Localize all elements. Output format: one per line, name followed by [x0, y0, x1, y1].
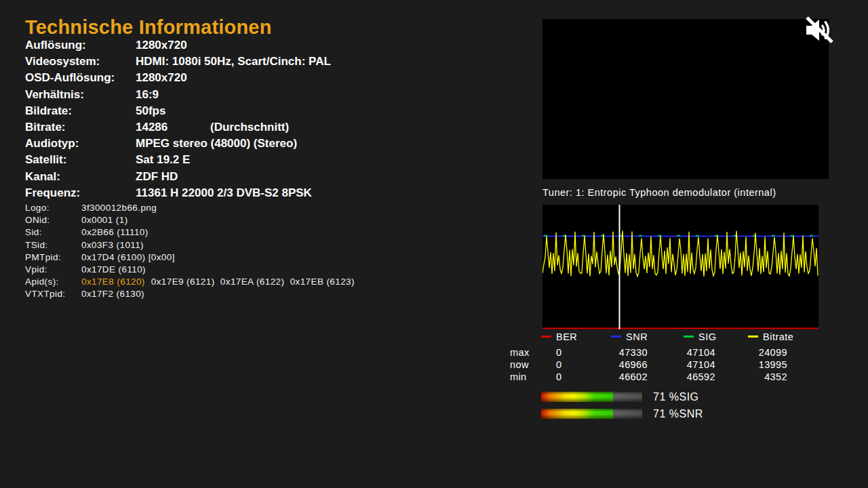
mute-icon	[804, 16, 834, 47]
snr-strength-bar-fill	[541, 409, 613, 419]
stats-row-min: min 0 46602 46592 4352	[0, 371, 868, 384]
sig-max: 47104	[671, 347, 715, 358]
pid-row-vtxtpid: VTXTpid:0x17F2 (6130)	[25, 289, 459, 301]
info-label: Videosystem:	[25, 55, 100, 68]
bitrate-waveform	[542, 231, 818, 277]
snr-now: 46966	[604, 359, 648, 370]
other-apids: 0x17E9 (6121) 0x17EA (6122) 0x17EB (6123…	[151, 277, 355, 287]
info-label: OSD-Auflösung:	[25, 71, 115, 85]
info-label: Audiotyp:	[25, 137, 79, 150]
video-preview	[542, 19, 829, 179]
pid-value: 0x03F3 (1011)	[81, 240, 144, 250]
pid-value: 0x17D4 (6100) [0x00]	[81, 252, 175, 262]
ber-min: 0	[556, 371, 561, 382]
info-value: 11361 H 22000 2/3 DVB-S2 8PSK	[136, 186, 312, 200]
snr-percent-value: 71 %	[653, 408, 679, 420]
pid-row-onid: ONid:0x0001 (1)	[25, 215, 459, 227]
info-value: HDMI: 1080i 50Hz, Scart/Cinch: PAL	[136, 55, 331, 68]
info-row-bildrate: Bildrate:50fps	[25, 104, 446, 121]
info-row-osd-aufloesung: OSD-Auflösung:868x488	[25, 71, 446, 87]
pid-label: ONid:	[25, 215, 50, 225]
pid-row-pmtpid: PMTpid:0x17D4 (6100) [0x00]	[25, 252, 459, 264]
info-label: Satellit:	[25, 153, 66, 167]
pid-label: Sid:	[25, 227, 42, 237]
legend-label: SIG	[698, 331, 716, 342]
pid-row-logo: Logo:3f300012b66.png	[25, 203, 459, 215]
info-row-videosystem: Videosystem:HDMI: 1080i 50Hz, Scart/Cinc…	[25, 55, 446, 71]
pid-value: 3f300012b66.png	[81, 203, 157, 213]
legend-label: SNR	[626, 331, 648, 342]
bitrate-swatch	[748, 336, 758, 338]
legend-item-snr: SNR	[611, 331, 648, 344]
snr-min: 46602	[604, 371, 648, 382]
pid-label: PMTpid:	[25, 252, 61, 262]
snr-percent-label: 71 %SNR	[653, 408, 703, 420]
pid-value: 0x17E8 (6120)0x17E9 (6121) 0x17EA (6122)…	[81, 277, 355, 287]
sig-strength-bar	[541, 392, 642, 402]
bitrate-max: 24099	[743, 347, 787, 358]
legend-label: BER	[556, 331, 577, 342]
info-value: 868x488	[136, 39, 187, 52]
stats-row-label: max	[510, 347, 530, 358]
sig-percent-name: SIG	[679, 391, 698, 403]
legend-item-ber: BER	[541, 331, 577, 344]
signal-graph	[542, 205, 818, 329]
info-value: 868x488	[136, 71, 187, 85]
info-row-frequenz: Frequenz:11361 H 22000 2/3 DVB-S2 8PSK	[25, 186, 446, 203]
info-row-audiotyp: Audiotyp:MPEG stereo (48000) (Stereo)	[25, 137, 446, 153]
pid-label: TSid:	[25, 240, 48, 250]
info-label: Auflösung:	[25, 39, 86, 52]
pid-row-sid: Sid:0x2B66 (11110)	[25, 227, 459, 239]
info-list: Auflösung:868x488 Videosystem:HDMI: 108…	[25, 39, 446, 203]
ber-swatch	[541, 336, 551, 338]
legend-item-bitrate: Bitrate	[748, 331, 793, 344]
info-label: Kanal:	[25, 170, 60, 184]
sig-min: 46592	[671, 371, 715, 382]
stats-row-label: min	[510, 371, 527, 382]
info-row-satellit: Satellit:Sat 19.2 E	[25, 153, 446, 169]
sig-swatch	[684, 336, 694, 338]
legend-item-sig: SIG	[684, 331, 716, 344]
info-label: Bitrate:	[25, 121, 66, 134]
pid-value: 0x0001 (1)	[81, 215, 128, 225]
legend-label: Bitrate	[763, 331, 793, 342]
pid-row-apids: Apid(s):0x17E8 (6120)0x17E9 (6121) 0x17E…	[25, 277, 459, 289]
info-row-aufloesung: Auflösung:868x488	[25, 39, 446, 55]
sig-strength-bar-fill	[541, 392, 613, 402]
info-value: 50fps	[136, 104, 165, 118]
pid-value: 0x2B66 (11110)	[81, 227, 149, 237]
info-value-avg: (Durchschnitt)	[210, 121, 289, 134]
info-value: MPEG stereo (48000) (Stereo)	[136, 137, 297, 150]
snr-percent-name: SNR	[679, 408, 703, 420]
pid-label: Logo:	[25, 203, 50, 213]
pid-label: VTXTpid:	[25, 289, 65, 299]
info-value: ZDF HD	[136, 170, 178, 184]
sig-percent-value: 71 %	[653, 391, 679, 403]
pid-value: 0x17DE (6110)	[81, 264, 146, 274]
signal-graph-svg	[542, 205, 818, 329]
stats-row-label: now	[510, 359, 529, 370]
pid-row-tsid: TSid:0x03F3 (1011)	[25, 240, 459, 252]
page-title: Technische Informationen	[25, 16, 272, 39]
pid-list: Logo:3f300012b66.png ONid:0x0001 (1) Sid…	[25, 203, 459, 302]
info-value: Sat 19.2 E	[136, 153, 190, 167]
active-apid: 0x17E8 (6120)	[81, 277, 145, 287]
pid-row-vpid: Vpid:0x17DE (6110)	[25, 264, 459, 277]
stats-row-now: now 0 46966 47104 13995	[0, 359, 868, 371]
ber-now: 0	[556, 359, 561, 370]
pid-value: 0x17F2 (6130)	[81, 289, 144, 299]
info-row-verhaeltnis: Verhältnis:16:9	[25, 88, 446, 104]
pid-label: Vpid:	[25, 264, 47, 274]
sig-percent-label: 71 %SIG	[653, 391, 699, 403]
pid-label: Apid(s):	[25, 277, 59, 287]
bitrate-min: 4352	[743, 371, 787, 382]
info-value: 14286	[136, 121, 167, 134]
stats-row-max: max 0 47330 47104 24099	[0, 347, 868, 359]
info-value: 16:9	[136, 88, 159, 102]
snr-swatch	[611, 336, 621, 338]
ber-max: 0	[556, 347, 561, 358]
sig-now: 47104	[671, 359, 715, 370]
info-label: Verhältnis:	[25, 88, 84, 102]
info-label: Frequenz:	[25, 186, 80, 200]
info-label: Bildrate:	[25, 104, 72, 118]
